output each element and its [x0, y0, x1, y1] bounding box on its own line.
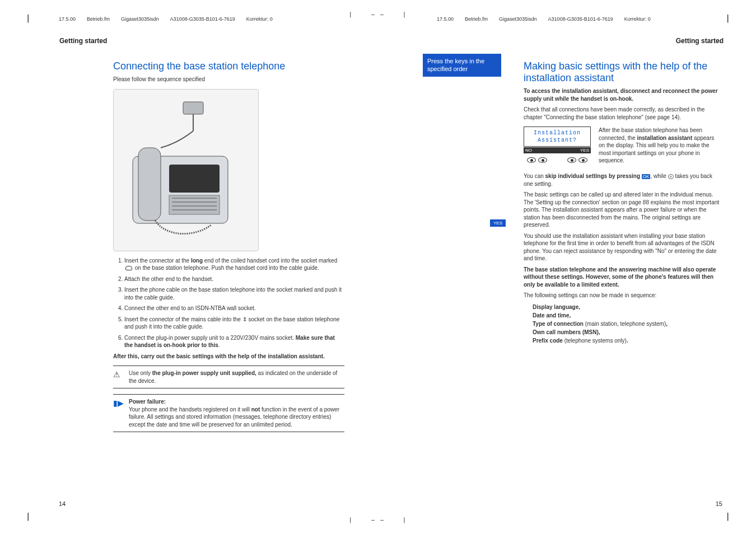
crop-mid-bot: | — — | [349, 517, 407, 523]
steps-list: Insert the connector at the long end of … [113, 257, 344, 349]
ok-badge: OK [642, 174, 651, 179]
skip-text: You can skip individual settings by pres… [524, 172, 720, 188]
rh-part: A31008-G3035-B101-6-7619 [170, 16, 235, 22]
softkey-yes: YES [580, 148, 589, 153]
setting-display-lang: Display language, [533, 304, 580, 310]
side-instruction-label: Press the keys in the specified order [423, 54, 501, 77]
para3: You should use the installation assistan… [524, 232, 720, 263]
step-5: Insert the connector of the mains cable … [124, 316, 344, 331]
oval-button[interactable] [527, 157, 536, 163]
crop-mark: | [26, 13, 30, 22]
step-6: Connect the plug-in power supply unit to… [124, 334, 344, 349]
oval-button[interactable] [538, 157, 547, 163]
setting-msn: Own call numbers (MSN), [533, 329, 600, 335]
check-text: Check that all connections have been mad… [524, 106, 720, 121]
warning-box: ⚠ Use only the plug-in power supply unit… [113, 366, 344, 388]
heading-settings: Making basic settings with the help of t… [524, 60, 720, 84]
section-title-right: Getting started [405, 37, 724, 45]
rh-date: 17.5.00 [59, 16, 76, 22]
yes-key-tag: YES [490, 219, 506, 227]
lcd-block: Installation Assistant? NO YES [524, 127, 591, 167]
page-right: | | 17.5.00 Betrieb.fm Gigaset3035isdn A… [378, 0, 756, 534]
menu-icon: ≡ [668, 174, 674, 179]
after-text: After this, carry out the basic settings… [113, 353, 344, 360]
running-head-right: 17.5.00 Betrieb.fm Gigaset3035isdn A3100… [437, 16, 651, 22]
svg-rect-1 [138, 148, 161, 221]
page-number-left: 14 [59, 500, 66, 507]
lcd-line2: Assistant? [528, 137, 587, 144]
para2: The basic settings can be called up and … [524, 191, 720, 229]
lcd-screen: Installation Assistant? [524, 127, 591, 147]
crop-mark: | [726, 512, 730, 521]
phone-illustration [113, 89, 259, 251]
button-row [524, 153, 591, 167]
crop-mark: | [726, 13, 730, 22]
note-body: Your phone and the handsets registered o… [129, 406, 344, 429]
oval-button[interactable] [578, 157, 587, 163]
step1-bold: long [191, 257, 203, 264]
setting-prefix: Prefix code [533, 338, 564, 344]
step-2: Attach the other end to the handset. [124, 275, 344, 283]
running-head-left: 17.5.00 Betrieb.fm Gigaset3035isdn A3100… [59, 16, 273, 22]
settings-list: Display language, Date and time, Type of… [533, 303, 720, 345]
svg-rect-8 [183, 102, 203, 114]
warn2: The base station telephone and the answe… [524, 266, 720, 289]
note-title: Power failure: [129, 398, 344, 406]
left-content: Connecting the base station telephone Pl… [113, 54, 344, 432]
step6-bold: Make sure that the handset is on-hook pr… [124, 335, 335, 349]
step-3: Insert the phone cable on the base stati… [124, 286, 344, 301]
crop-mark: | [26, 512, 30, 521]
heading-connecting: Connecting the base station telephone [113, 60, 344, 72]
setting-date-time: Date and time, [533, 312, 571, 318]
plug-icon: ⇕ [242, 316, 247, 322]
warn-pre: Use only [129, 370, 152, 376]
intro-text: Please follow the sequence specified [113, 76, 344, 83]
oval-button[interactable] [567, 157, 576, 163]
rh-product: Gigaset3035isdn [121, 16, 159, 22]
page-left: | | 17.5.00 Betrieb.fm Gigaset3035isdn A… [0, 0, 378, 534]
warning-icon: ⚠ [113, 369, 120, 380]
softkey-row: NO YES [524, 147, 591, 153]
right-content: Making basic settings with the help of t… [524, 54, 720, 345]
display-side-text: After the base station telephone has bee… [599, 127, 720, 165]
crop-mid-top: | — — | [349, 11, 407, 17]
step-1: Insert the connector at the long end of … [124, 257, 344, 272]
rh-file: Betrieb.fm [87, 16, 110, 22]
svg-rect-2 [169, 165, 220, 193]
note-box: ▮▶ Power failure: Your phone and the han… [113, 394, 344, 432]
phone-svg [116, 92, 256, 249]
rh-korr: Korrektur: 0 [246, 16, 273, 22]
step-4: Connect the other end to an ISDN-NTBA wa… [124, 305, 344, 312]
handset-icon [125, 266, 132, 270]
softkey-no: NO [525, 148, 532, 153]
display-row: Installation Assistant? NO YES After the… [524, 127, 720, 167]
section-title-left: Getting started [59, 37, 351, 45]
note-icon: ▮▶ [113, 398, 124, 409]
warn-bold: the plug-in power supply unit supplied, [152, 370, 256, 376]
following: The following settings can now be made i… [524, 292, 720, 299]
page-number-right: 15 [716, 500, 722, 507]
access-text: To access the installation assistant, di… [524, 87, 720, 102]
lcd-line1: Installation [528, 129, 587, 137]
setting-conn-type: Type of connection [533, 321, 585, 327]
